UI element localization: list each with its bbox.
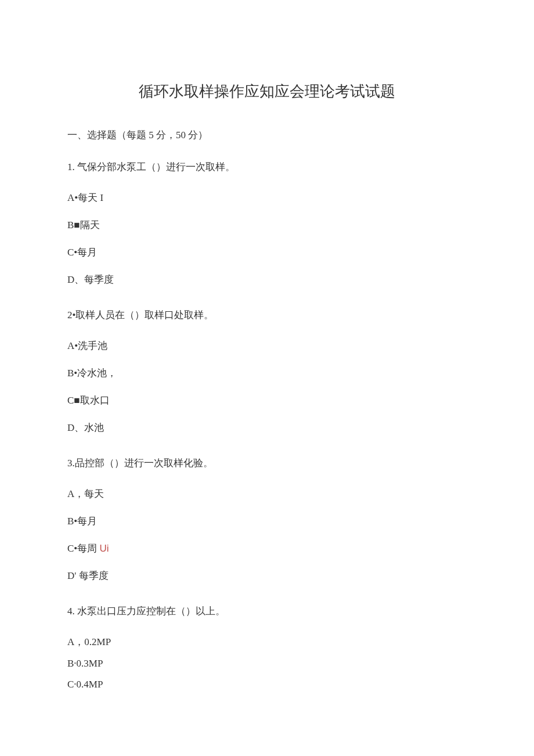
question-2: 2•取样人员在（）取样口处取样。 A•洗手池 B•冷水池， C■取水口 D、水池 [67, 308, 467, 434]
option-b: B■隔天 [67, 218, 467, 232]
option-text-accent: Ui [100, 543, 109, 554]
option-b: B•冷水池， [67, 366, 467, 380]
option-text: D' 每季度 [67, 570, 109, 581]
option-b: B•每月 [67, 514, 467, 528]
option-c: C·0.4MP [67, 679, 467, 690]
option-text: B■隔天 [67, 219, 100, 231]
question-stem: 2•取样人员在（）取样口处取样。 [67, 308, 467, 322]
option-c: C•每周 Ui [67, 542, 467, 555]
document-page: 循环水取样操作应知应会理论考试试题 一、选择题（每题 5 分，50 分） 1. … [0, 0, 534, 756]
option-text: B·0.3MP [67, 658, 103, 669]
option-c: C•每月 [67, 246, 467, 259]
option-text: A•每天 I [67, 192, 103, 203]
option-text: C•每月 [67, 247, 97, 258]
question-1: 1. 气保分部水泵工（）进行一次取样。 A•每天 I B■隔天 C•每月 D、每… [67, 160, 467, 286]
question-stem: 3.品控部（）进行一次取样化验。 [67, 456, 467, 470]
option-text: A，0.2MP [67, 636, 111, 647]
option-a: A，0.2MP [67, 635, 467, 649]
option-text: B•每月 [67, 516, 97, 527]
page-title: 循环水取样操作应知应会理论考试试题 [67, 81, 467, 102]
option-a: A，每天 [67, 487, 467, 501]
option-text: D、水池 [67, 422, 104, 433]
option-b: B·0.3MP [67, 658, 467, 669]
question-3: 3.品控部（）进行一次取样化验。 A，每天 B•每月 C•每周 Ui D' 每季… [67, 456, 467, 582]
question-stem: 1. 气保分部水泵工（）进行一次取样。 [67, 160, 467, 174]
option-text: A，每天 [67, 488, 104, 499]
option-a: A•每天 I [67, 191, 467, 204]
question-4: 4. 水泵出口压力应控制在（）以上。 A，0.2MP B·0.3MP C·0.4… [67, 604, 467, 690]
option-text: B•冷水池， [67, 368, 117, 379]
question-stem: 4. 水泵出口压力应控制在（）以上。 [67, 604, 467, 618]
option-text: C■取水口 [67, 395, 110, 406]
option-a: A•洗手池 [67, 339, 467, 352]
option-c: C■取水口 [67, 394, 467, 407]
option-d: D、水池 [67, 421, 467, 434]
option-text: A•洗手池 [67, 340, 107, 351]
option-d: D' 每季度 [67, 569, 467, 582]
option-text-prefix: C•每周 [67, 543, 100, 554]
option-text: D、每季度 [67, 274, 114, 285]
option-text: C·0.4MP [67, 679, 103, 690]
option-d: D、每季度 [67, 273, 467, 286]
section-header: 一、选择题（每题 5 分，50 分） [67, 128, 467, 142]
